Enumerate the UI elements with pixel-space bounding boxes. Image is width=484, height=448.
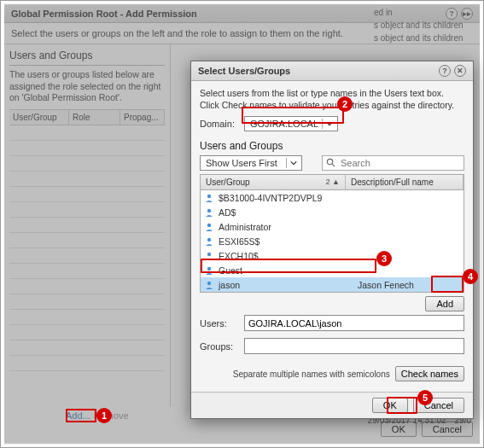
list-item[interactable]: $B31000-4IVNTP2DVPL9 (201, 190, 464, 205)
users-input[interactable] (244, 315, 464, 331)
modal-ok-button[interactable]: OK (372, 398, 408, 413)
svg-point-7 (207, 267, 211, 271)
svg-point-5 (207, 238, 211, 241)
svg-point-8 (207, 282, 211, 285)
modal-instruction: Select users from the list or type names… (200, 88, 464, 111)
users-list[interactable]: $B31000-4IVNTP2DVPL9 AD$ Administrator E… (200, 190, 464, 293)
user-icon (204, 222, 214, 232)
list-item[interactable]: AD$ (201, 205, 464, 219)
list-item[interactable]: ESXI65S$ (201, 234, 464, 248)
groups-label: Groups: (200, 341, 239, 352)
domain-select[interactable]: GOJIRA.LOCAL (244, 116, 338, 131)
modal-cancel-button[interactable]: Cancel (413, 398, 464, 413)
user-icon (204, 280, 214, 290)
check-names-button[interactable]: Check names (395, 366, 464, 381)
list-item[interactable]: Administrator (201, 219, 464, 234)
list-item[interactable]: EXCH10$ (201, 248, 464, 263)
user-icon (204, 207, 214, 218)
add-button[interactable]: Add (425, 296, 464, 311)
svg-point-6 (207, 253, 211, 256)
list-header: User/Group 2 ▲ Description/Full name (200, 174, 464, 190)
svg-line-1 (332, 164, 335, 166)
user-icon (204, 265, 214, 276)
modal-section-header: Users and Groups (200, 140, 464, 152)
select-users-groups-dialog: Select Users/Groups ? ✕ Select users fro… (190, 61, 474, 419)
svg-point-2 (207, 195, 211, 198)
users-label: Users: (200, 318, 239, 329)
modal-close-icon[interactable]: ✕ (454, 65, 466, 77)
modal-help-icon[interactable]: ? (439, 65, 451, 77)
groups-input[interactable] (244, 338, 464, 354)
search-icon (326, 158, 335, 169)
list-item-selected[interactable]: jasonJason Fenech (201, 277, 464, 292)
modal-title: Select Users/Groups (198, 66, 290, 76)
svg-point-3 (207, 209, 211, 212)
user-icon (204, 236, 214, 247)
chevron-down-icon (286, 158, 300, 168)
show-filter-select[interactable]: Show Users First (200, 155, 302, 171)
user-icon (204, 251, 214, 261)
svg-point-0 (327, 159, 332, 164)
search-input[interactable] (322, 155, 464, 171)
svg-point-4 (207, 224, 211, 227)
domain-label: Domain: (200, 119, 239, 129)
separate-hint: Separate multiple names with semicolons (233, 369, 390, 379)
list-item[interactable]: Guest (201, 263, 464, 277)
chevron-down-icon (322, 119, 335, 129)
user-icon (204, 193, 214, 203)
